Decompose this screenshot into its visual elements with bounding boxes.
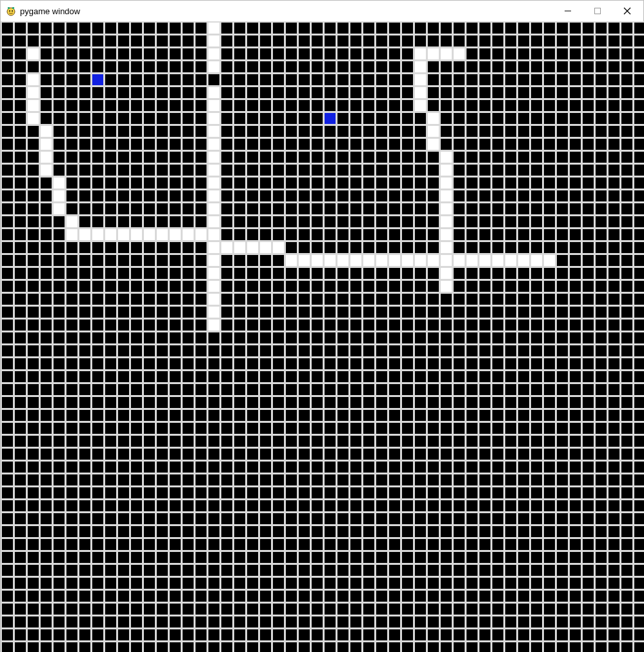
grid-cell[interactable] — [144, 113, 155, 124]
grid-cell[interactable] — [544, 642, 555, 652]
grid-cell[interactable] — [260, 591, 271, 602]
grid-cell[interactable] — [170, 487, 181, 498]
grid-cell[interactable] — [492, 178, 503, 188]
grid-cell[interactable] — [118, 629, 129, 640]
grid-cell[interactable] — [634, 48, 644, 59]
grid-cell[interactable] — [234, 552, 245, 563]
grid-cell[interactable] — [596, 629, 607, 640]
grid-cell[interactable] — [518, 616, 529, 627]
grid-cell[interactable] — [389, 203, 400, 214]
grid-cell[interactable] — [505, 255, 516, 266]
grid-cell[interactable] — [325, 229, 336, 240]
grid-cell[interactable] — [66, 178, 77, 188]
grid-cell[interactable] — [92, 320, 103, 331]
grid-cell[interactable] — [583, 345, 594, 356]
grid-cell[interactable] — [596, 190, 607, 201]
grid-cell[interactable] — [28, 320, 39, 331]
grid-cell[interactable] — [518, 139, 529, 150]
grid-cell[interactable] — [273, 100, 284, 111]
grid-cell[interactable] — [54, 268, 65, 279]
grid-cell[interactable] — [208, 294, 219, 305]
grid-cell[interactable] — [260, 23, 271, 34]
grid-cell[interactable] — [79, 384, 90, 395]
grid-cell[interactable] — [260, 332, 271, 343]
grid-cell[interactable] — [402, 539, 413, 550]
grid-cell[interactable] — [531, 332, 542, 343]
grid-cell[interactable] — [570, 449, 581, 460]
grid-cell[interactable] — [79, 61, 90, 72]
grid-cell[interactable] — [234, 436, 245, 447]
grid-cell[interactable] — [350, 397, 361, 408]
grid-cell[interactable] — [337, 268, 348, 279]
grid-cell[interactable] — [609, 345, 619, 356]
grid-cell[interactable] — [286, 87, 297, 98]
grid-cell[interactable] — [118, 449, 129, 460]
grid-cell[interactable] — [518, 48, 529, 59]
grid-cell[interactable] — [518, 345, 529, 356]
grid-cell[interactable] — [634, 410, 644, 421]
grid-cell[interactable] — [28, 552, 39, 563]
grid-cell[interactable] — [183, 358, 194, 369]
grid-cell[interactable] — [54, 255, 65, 266]
grid-cell[interactable] — [570, 565, 581, 576]
grid-cell[interactable] — [41, 152, 52, 163]
grid-cell[interactable] — [479, 87, 490, 98]
grid-cell[interactable] — [118, 487, 129, 498]
grid-cell[interactable] — [570, 48, 581, 59]
grid-cell[interactable] — [41, 436, 52, 447]
grid-cell[interactable] — [247, 449, 258, 460]
grid-cell[interactable] — [286, 139, 297, 150]
grid-cell[interactable] — [92, 591, 103, 602]
grid-cell[interactable] — [66, 371, 77, 382]
grid-cell[interactable] — [609, 178, 619, 188]
grid-cell[interactable] — [79, 578, 90, 589]
grid-cell[interactable] — [92, 48, 103, 59]
grid-cell[interactable] — [583, 513, 594, 524]
grid-cell[interactable] — [518, 190, 529, 201]
grid-cell[interactable] — [144, 268, 155, 279]
grid-cell[interactable] — [105, 178, 116, 188]
grid-cell[interactable] — [247, 23, 258, 34]
grid-cell[interactable] — [286, 229, 297, 240]
grid-cell[interactable] — [28, 449, 39, 460]
grid-cell[interactable] — [467, 242, 478, 253]
grid-cell[interactable] — [183, 281, 194, 292]
grid-cell[interactable] — [170, 178, 181, 188]
grid-cell[interactable] — [41, 500, 52, 511]
grid-cell[interactable] — [144, 552, 155, 563]
grid-cell[interactable] — [479, 604, 490, 615]
grid-cell[interactable] — [312, 165, 323, 176]
grid-cell[interactable] — [389, 113, 400, 124]
grid-cell[interactable] — [299, 126, 310, 137]
grid-cell[interactable] — [157, 113, 168, 124]
grid-cell[interactable] — [454, 87, 465, 98]
grid-cell[interactable] — [260, 61, 271, 72]
grid-cell[interactable] — [157, 190, 168, 201]
grid-cell[interactable] — [260, 87, 271, 98]
grid-cell[interactable] — [183, 526, 194, 537]
grid-cell[interactable] — [131, 565, 142, 576]
grid-cell[interactable] — [299, 152, 310, 163]
grid-cell[interactable] — [402, 526, 413, 537]
grid-cell[interactable] — [428, 152, 439, 163]
grid-cell[interactable] — [131, 449, 142, 460]
grid-cell[interactable] — [196, 616, 206, 627]
grid-cell[interactable] — [389, 74, 400, 85]
grid-cell[interactable] — [583, 281, 594, 292]
grid-cell[interactable] — [208, 216, 219, 227]
grid-cell[interactable] — [286, 242, 297, 253]
grid-cell[interactable] — [363, 203, 374, 214]
grid-cell[interactable] — [286, 449, 297, 460]
grid-cell[interactable] — [196, 384, 206, 395]
grid-cell[interactable] — [350, 281, 361, 292]
grid-cell[interactable] — [428, 500, 439, 511]
grid-cell[interactable] — [402, 345, 413, 356]
grid-cell[interactable] — [389, 87, 400, 98]
grid-cell[interactable] — [312, 345, 323, 356]
grid-cell[interactable] — [312, 410, 323, 421]
grid-cell[interactable] — [609, 307, 619, 318]
grid-cell[interactable] — [196, 449, 206, 460]
grid-cell[interactable] — [118, 616, 129, 627]
grid-cell[interactable] — [389, 345, 400, 356]
grid-cell[interactable] — [415, 294, 426, 305]
